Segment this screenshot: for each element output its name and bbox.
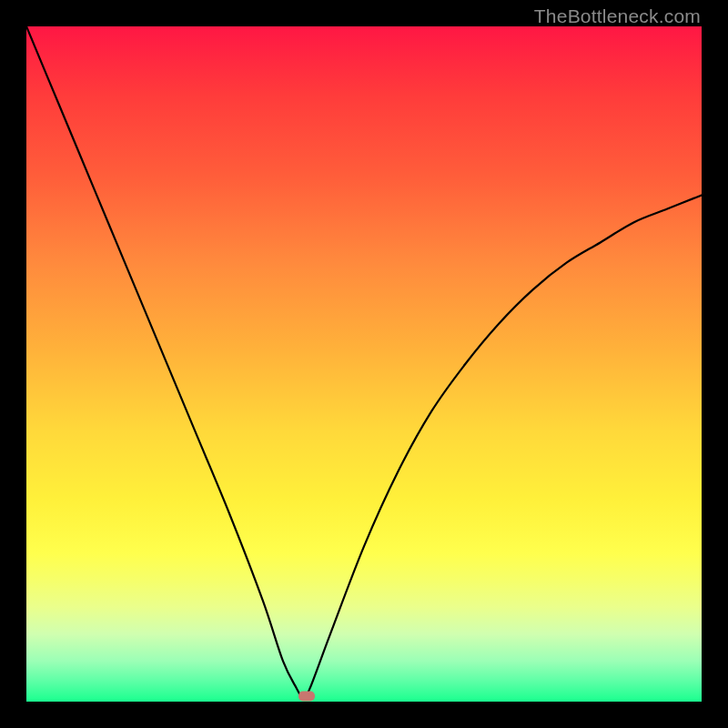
watermark-text: TheBottleneck.com	[534, 5, 701, 27]
bottleneck-curve	[26, 26, 702, 702]
optimal-marker	[298, 692, 315, 702]
curve-path	[26, 26, 702, 698]
plot-area	[26, 26, 702, 702]
chart-frame: TheBottleneck.com	[0, 0, 728, 728]
